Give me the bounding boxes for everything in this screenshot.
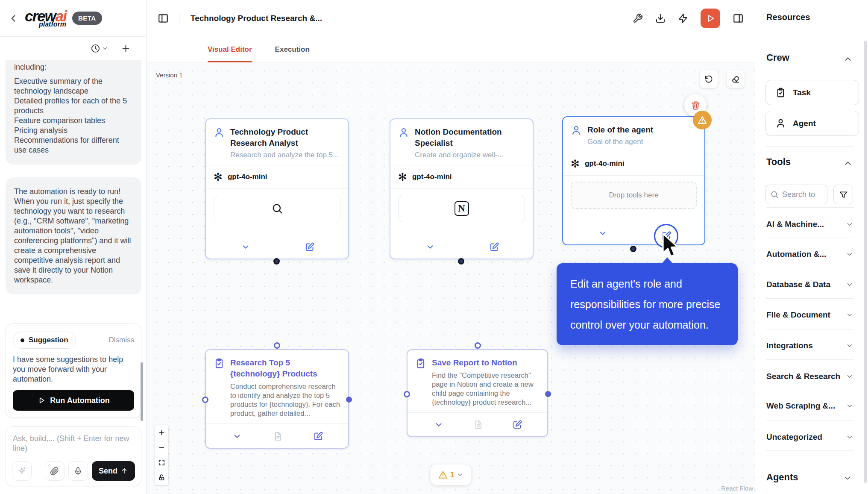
back-button[interactable] [6, 11, 21, 26]
tab-execution[interactable]: Execution [275, 37, 310, 62]
plus-icon [158, 429, 165, 436]
handle-task1-right[interactable] [346, 397, 352, 403]
run-automation-button[interactable]: Run Automation [13, 390, 134, 411]
crewai-logo: crewai platform [25, 9, 66, 28]
divider [206, 423, 348, 424]
sidebar-scrollbar[interactable] [141, 362, 143, 421]
left-panel-toggle-button[interactable] [158, 13, 169, 24]
zoom-in-button[interactable] [155, 425, 168, 440]
category-search-research[interactable]: Search & Research [766, 371, 853, 382]
category-file-document[interactable]: File & Document [766, 309, 853, 321]
expand-task-button[interactable] [232, 432, 242, 441]
category-integrations[interactable]: Integrations [766, 340, 853, 351]
agents-section-header[interactable]: Agents [766, 472, 798, 483]
react-flow-attribution: React Flow [721, 485, 753, 492]
clear-canvas-button[interactable] [726, 70, 745, 88]
mic-button[interactable] [68, 461, 88, 481]
edit-task-button[interactable] [313, 431, 323, 441]
task-node-research[interactable]: Research Top 5 {technology} Products Con… [205, 349, 349, 449]
chevron-down-icon [457, 471, 463, 478]
agent-node-notion-specialist[interactable]: Notion Documentation Specialist Create a… [390, 118, 534, 259]
category-automation[interactable]: Automation &... [766, 249, 853, 260]
chevron-down-icon [434, 420, 443, 429]
expand-agent-button[interactable] [241, 242, 250, 252]
tools-section-header[interactable]: Tools [766, 156, 791, 168]
edit-icon [305, 242, 315, 252]
dismiss-button[interactable]: Dismiss [109, 336, 135, 344]
funnel-icon [839, 190, 848, 199]
expand-task-button[interactable] [434, 420, 443, 429]
attach-button[interactable] [45, 461, 65, 481]
send-button[interactable]: Send [92, 461, 135, 481]
download-icon [655, 13, 666, 24]
handle-task2-right[interactable] [545, 391, 551, 397]
download-button[interactable] [655, 13, 666, 24]
task-description: Conduct comprehensive research to identi… [230, 382, 341, 418]
agent-node-research-analyst[interactable]: Technology Product Research Analyst Rese… [205, 118, 349, 259]
notion-icon: N [455, 201, 469, 216]
suggestion-card: Suggestion Dismiss I have some suggestio… [6, 323, 141, 418]
edit-icon [313, 431, 323, 441]
history-button[interactable] [91, 44, 108, 53]
play-icon [705, 13, 716, 24]
expand-agent-button[interactable] [425, 242, 435, 252]
crew-section-header[interactable]: Crew [766, 52, 789, 63]
handle-task2-left[interactable] [404, 391, 410, 397]
task-node-save-report[interactable]: Save Report to Notion Find the "Competit… [407, 349, 548, 437]
chevron-down-icon [846, 342, 853, 350]
microphone-icon [73, 467, 82, 476]
resources-scrollbar[interactable] [864, 41, 867, 483]
undo-button[interactable] [699, 70, 718, 88]
right-panel-toggle-button[interactable] [733, 13, 744, 24]
run-button[interactable] [701, 9, 720, 28]
undo-icon [704, 75, 713, 83]
handle-task2-top[interactable] [475, 342, 481, 349]
ai-enhance-button[interactable] [12, 461, 32, 481]
power-actions-button[interactable] [678, 13, 688, 24]
category-ai-machine[interactable]: AI & Machine... [766, 219, 853, 230]
collapse-tools-button[interactable] [843, 159, 853, 168]
expand-agent-button[interactable] [598, 229, 607, 238]
edit-task-button[interactable] [512, 420, 522, 430]
collapse-agents-button[interactable] [843, 474, 852, 482]
person-icon [775, 118, 786, 129]
category-database-data[interactable]: Database & Data [766, 279, 853, 290]
chat-message: including: Executive summary of the tech… [6, 60, 141, 165]
chat-input[interactable]: Ask, build,... (Shift + Enter for new li… [13, 434, 134, 453]
category-web-scraping[interactable]: Web Scraping &... [766, 400, 853, 412]
collapse-crew-button[interactable] [843, 54, 853, 64]
agent-node-new-agent[interactable]: Role of the agent Goal of the agent ✻ gp… [562, 116, 705, 245]
model-label: gpt-4o-mini [412, 173, 452, 181]
handle-agent2-bottom[interactable] [458, 258, 464, 265]
task-resource-button[interactable]: Task [765, 80, 859, 105]
tool-search-input[interactable]: Search to [765, 185, 827, 204]
version-label: Version 1 [156, 71, 183, 79]
fit-view-button[interactable] [155, 455, 168, 470]
tool-dropzone[interactable]: Drop tools here [571, 182, 697, 209]
filter-button[interactable] [833, 185, 853, 204]
edit-agent-button[interactable] [489, 242, 499, 252]
validation-warnings-chip[interactable]: 1 [431, 465, 471, 485]
message-line: Pricing analysis [14, 126, 133, 135]
tab-visual-editor[interactable]: Visual Editor [208, 37, 252, 62]
handle-task1-left[interactable] [202, 397, 208, 403]
chevron-up-icon [843, 54, 853, 64]
divider [408, 412, 547, 413]
flow-canvas[interactable]: Version 1 Technology Product Rese [147, 62, 755, 494]
dot-icon [21, 338, 24, 342]
agent-subtitle: Research and analyze the top 5... [230, 151, 341, 159]
person-icon [214, 127, 225, 138]
agent-resource-button[interactable]: Agent [765, 111, 859, 136]
handle-agent3-bottom[interactable] [630, 246, 636, 252]
handle-agent1-bottom[interactable] [273, 258, 280, 265]
agent-title: Technology Product Research Analyst [230, 126, 341, 149]
settings-button[interactable] [633, 13, 643, 24]
zoom-out-button[interactable] [155, 440, 168, 455]
category-uncategorized[interactable]: Uncategorized [766, 432, 853, 443]
handle-task1-top[interactable] [274, 342, 280, 349]
lock-button[interactable] [155, 470, 168, 485]
chat-message: The automation is ready to run! When you… [6, 177, 141, 294]
new-chat-button[interactable] [121, 44, 131, 53]
warning-icon [698, 115, 707, 125]
edit-agent-button[interactable] [305, 242, 315, 252]
